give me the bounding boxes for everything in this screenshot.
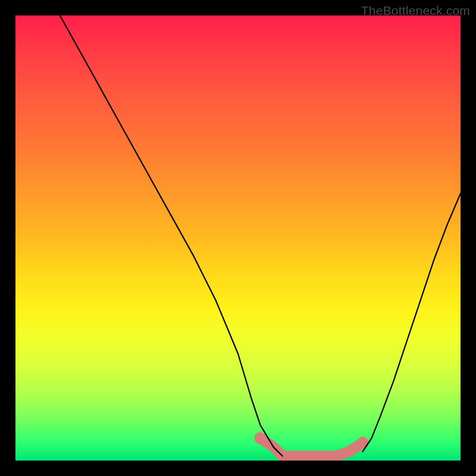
watermark-text: TheBottleneck.com <box>361 4 470 18</box>
chart-svg <box>15 15 461 461</box>
valley-floor-dot-left <box>254 433 266 444</box>
valley-floor-dot-right <box>356 437 368 449</box>
curve-right-branch <box>362 193 461 452</box>
chart-plot-area <box>15 15 461 461</box>
curve-left-branch <box>60 15 283 456</box>
chart-frame: TheBottleneck.com <box>0 0 476 476</box>
valley-floor-line <box>260 439 362 456</box>
